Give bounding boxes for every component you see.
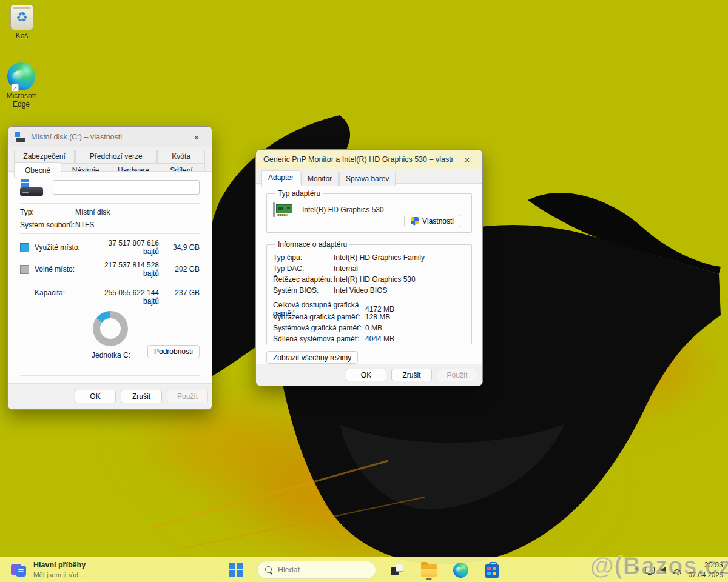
taskbar: Hlavní příběhy Měl jsem ji rád....: [0, 557, 728, 582]
close-icon[interactable]: ×: [189, 132, 204, 142]
gpu-tabs: Adaptér Monitor Správa barev: [256, 169, 482, 186]
edge-label: Microsoft Edge: [2, 92, 41, 109]
adapter-properties-button[interactable]: Vlastnosti: [404, 215, 460, 227]
taskbar-search[interactable]: [257, 561, 376, 579]
gpu-dialog-titlebar[interactable]: Generic PnP Monitor a Intel(R) HD Graphi…: [256, 150, 482, 169]
adapter-name: Intel(R) HD Graphics 530: [302, 206, 384, 214]
memory-label: Systémová grafická paměť:: [273, 324, 365, 332]
tab-predchozi-verze[interactable]: Předchozí verze: [75, 150, 157, 164]
start-button[interactable]: [226, 560, 246, 580]
free-size: 202 GB: [164, 265, 200, 273]
info-row: Systém BIOS:Intel Video BIOS: [273, 285, 465, 296]
shortcut-arrow-icon: ↗: [11, 84, 19, 92]
desktop-icon-edge[interactable]: ↗ Microsoft Edge: [2, 62, 41, 109]
drive-letter-label: Jednotka C:: [81, 351, 141, 360]
memory-row: Systémová grafická paměť:0 MB: [273, 323, 465, 333]
gpu-properties-dialog: Generic PnP Monitor a Intel(R) HD Graphi…: [255, 149, 483, 386]
apply-button[interactable]: Použít: [167, 390, 208, 403]
memory-label: Vyhrazená grafická paměť:: [273, 313, 365, 321]
tab-monitor[interactable]: Monitor: [301, 172, 339, 186]
file-explorer-icon: [421, 564, 437, 577]
cancel-button[interactable]: Zrušit: [391, 369, 432, 381]
used-size: 34,9 GB: [164, 243, 200, 252]
used-bytes: 37 517 807 616 bajtů: [96, 239, 159, 256]
used-label: Využité místo:: [35, 243, 90, 252]
store-button[interactable]: [482, 560, 502, 580]
disk-dialog-footer: OK Zrušit Použít: [8, 383, 212, 409]
tab-zabezpeceni[interactable]: Zabezpečení: [14, 150, 75, 164]
search-icon: [265, 566, 273, 574]
memory-value: 4044 MB: [365, 335, 465, 343]
gpu-card-icon: [273, 202, 294, 217]
desktop-icon-recycle-bin[interactable]: ♻ Koš: [2, 5, 41, 41]
info-row: Typ čipu:Intel(R) HD Graphics Family: [273, 252, 465, 263]
info-value: Intel(R) HD Graphics Family: [334, 253, 465, 262]
apply-button[interactable]: Použít: [437, 369, 477, 381]
disk-usage-donut-chart: [93, 311, 128, 346]
clock-time: 20:03: [688, 560, 723, 570]
widgets-icon: [10, 561, 28, 579]
info-value: Intel Video BIOS: [334, 286, 465, 295]
disk-dialog-titlebar[interactable]: Místní disk (C:) – vlastnosti ×: [8, 127, 212, 147]
task-view-button[interactable]: [387, 560, 408, 580]
type-label: Typ:: [20, 208, 75, 216]
disk-general-page: Typ:Místní disk Systém souborů:NTFS Využ…: [8, 171, 212, 383]
volume-label-input[interactable]: [53, 180, 200, 195]
memory-value: 0 MB: [365, 324, 465, 332]
recycle-icon: ♻: [16, 11, 28, 24]
recycle-bin-label: Koš: [2, 32, 41, 41]
uac-shield-icon: [411, 217, 419, 226]
taskbar-clock[interactable]: 20:03 07.04.2025: [688, 560, 723, 579]
details-button[interactable]: Podrobnosti: [147, 345, 200, 358]
info-label: Typ čipu:: [273, 253, 334, 262]
type-value: Místní disk: [75, 208, 110, 216]
file-explorer-button[interactable]: [419, 560, 439, 580]
memory-row: Celková dostupná grafická paměť:4172 MB: [273, 301, 465, 312]
edge-taskbar-button[interactable]: [450, 560, 471, 580]
close-icon[interactable]: ×: [459, 155, 475, 165]
disk-properties-dialog: Místní disk (C:) – vlastnosti × Zabezpeč…: [7, 126, 212, 410]
tab-sprava-barev[interactable]: Správa barev: [339, 172, 396, 186]
network-icon[interactable]: [673, 569, 681, 574]
microsoft-store-icon: [485, 564, 499, 578]
capacity-size: 237 GB: [164, 289, 200, 306]
drive-icon: [20, 179, 44, 196]
free-space-row: Volné místo: 217 537 814 528 bajtů 202 G…: [20, 261, 200, 278]
info-label: Systém BIOS:: [273, 286, 334, 295]
info-label: Typ DAC:: [273, 264, 334, 273]
memory-row: Vyhrazená grafická paměť:128 MB: [273, 312, 465, 323]
hidden-icons-chevron[interactable]: ^: [632, 564, 640, 576]
widgets-button[interactable]: Hlavní příběhy Měl jsem ji rád....: [6, 559, 90, 581]
search-input[interactable]: [278, 566, 357, 574]
memory-row: Sdílená systémová paměť:4044 MB: [273, 333, 465, 344]
memory-value: 4172 MB: [365, 305, 465, 313]
running-indicator: [426, 578, 432, 580]
windows-logo-icon: [229, 563, 243, 577]
info-row: Typ DAC:Internal: [273, 263, 465, 274]
task-view-icon: [390, 563, 405, 577]
tab-kvota[interactable]: Kvóta: [157, 150, 205, 164]
free-bytes: 217 537 814 528 bajtů: [96, 261, 159, 278]
display-tray-icon[interactable]: [645, 567, 655, 574]
widgets-headline: Hlavní příběhy: [33, 561, 86, 570]
tab-adapter[interactable]: Adaptér: [261, 170, 300, 187]
show-all-modes-button[interactable]: Zobrazit všechny režimy: [266, 351, 358, 364]
memory-value: 128 MB: [365, 313, 465, 321]
gpu-adapter-page: Typ adaptéru Intel(R) HD Graphics 530 Vl…: [256, 183, 482, 364]
adapter-info-group: Informace o adaptéru Typ čipu:Intel(R) H…: [266, 240, 472, 344]
gpu-dialog-title: Generic PnP Monitor a Intel(R) HD Graphi…: [263, 155, 454, 164]
clock-date: 07.04.2025: [688, 570, 723, 580]
system-tray: ^ 20:03 07.04.2025: [632, 557, 723, 582]
tab-obecne[interactable]: Obecné: [14, 162, 61, 178]
info-value: Internal: [334, 264, 465, 273]
widgets-subheadline: Měl jsem ji rád....: [33, 570, 86, 579]
cancel-button[interactable]: Zrušit: [121, 390, 162, 403]
memory-label: Sdílená systémová paměť:: [273, 335, 365, 343]
used-legend-swatch: [20, 243, 29, 252]
ok-button[interactable]: OK: [346, 369, 386, 381]
capacity-label: Kapacita:: [35, 289, 90, 306]
ok-button[interactable]: OK: [75, 390, 116, 403]
info-value: Intel(R) HD Graphics 530: [334, 275, 465, 284]
filesystem-value: NTFS: [75, 221, 94, 229]
volume-icon[interactable]: [660, 566, 668, 574]
